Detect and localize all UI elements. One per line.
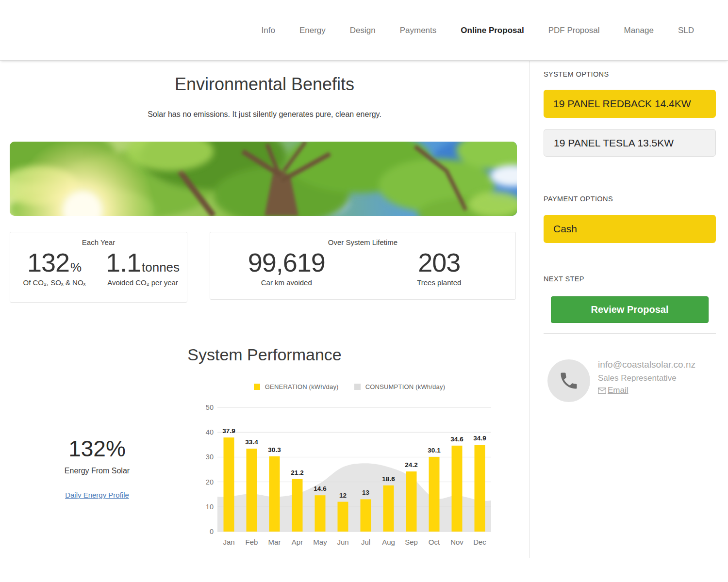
email-link[interactable]: Email xyxy=(608,386,629,395)
contact-divider xyxy=(544,333,716,334)
review-proposal-button[interactable]: Review Proposal xyxy=(551,296,709,323)
svg-text:Mar: Mar xyxy=(268,538,281,546)
page-title: Environmental Benefits xyxy=(0,74,529,95)
tonnes-unit: tonnes xyxy=(142,260,180,275)
nav-tab-pdf-proposal[interactable]: PDF Proposal xyxy=(548,26,600,35)
car-km-stat: 99,619 Car km avoided xyxy=(210,247,363,288)
nav-tab-design[interactable]: Design xyxy=(350,26,376,35)
nav-tab-info[interactable]: Info xyxy=(262,26,275,35)
svg-text:40: 40 xyxy=(206,428,214,436)
envelope-icon xyxy=(598,388,606,394)
svg-text:21.2: 21.2 xyxy=(291,469,303,476)
car-km-value: 99,619 xyxy=(248,247,325,277)
system-option-redback-button[interactable]: 19 PANEL REDBACK 14.4KW xyxy=(544,90,716,118)
lifetime-title: Over System Lifetime xyxy=(210,238,515,246)
generation-swatch-icon xyxy=(254,384,260,390)
svg-text:10: 10 xyxy=(206,503,214,511)
tonnes-value: 1.1 xyxy=(106,247,141,277)
system-option-tesla-button[interactable]: 19 PANEL TESLA 13.5KW xyxy=(544,129,716,157)
svg-text:34.9: 34.9 xyxy=(473,435,486,442)
top-header: Info Energy Design Payments Online Propo… xyxy=(0,0,728,61)
lifetime-card: Over System Lifetime 99,619 Car km avoid… xyxy=(210,232,516,300)
svg-text:Aug: Aug xyxy=(382,538,395,546)
legend-consumption: CONSUMPTION (kWh/day) xyxy=(354,383,446,390)
tonnes-stat: 1.1 tonnes Avoided CO₂ per year xyxy=(99,247,187,288)
consumption-legend-label: CONSUMPTION (kWh/day) xyxy=(365,383,446,390)
svg-text:May: May xyxy=(313,538,327,546)
co2-percent-unit: % xyxy=(70,260,82,275)
svg-text:37.9: 37.9 xyxy=(222,427,235,435)
co2-percent-value: 132 xyxy=(27,247,69,277)
each-year-card: Each Year 132 % Of CO₂, SOₓ & NOₓ 1.1 to… xyxy=(10,232,187,303)
svg-text:Feb: Feb xyxy=(246,538,258,546)
svg-text:18.6: 18.6 xyxy=(382,475,395,483)
trees-caption: Trees planted xyxy=(363,277,516,288)
tonnes-caption: Avoided CO₂ per year xyxy=(101,277,184,288)
payment-options-label: PAYMENT OPTIONS xyxy=(544,195,613,203)
co2-percent-stat: 132 % Of CO₂, SOₓ & NOₓ xyxy=(10,247,99,288)
svg-text:24.2: 24.2 xyxy=(405,461,417,469)
trees-illustration xyxy=(10,142,517,216)
svg-text:12: 12 xyxy=(339,492,347,499)
generation-legend-label: GENERATION (kWh/day) xyxy=(265,383,339,390)
contact-email-address: info@coastalsolar.co.nz xyxy=(598,359,724,370)
avatar xyxy=(547,359,590,402)
svg-text:33.4: 33.4 xyxy=(245,438,258,446)
svg-text:Sep: Sep xyxy=(405,538,418,546)
main-nav: Info Energy Design Payments Online Propo… xyxy=(262,0,694,61)
phone-icon xyxy=(558,370,579,391)
trees-banner-image xyxy=(10,142,517,216)
page-subtitle: Solar has no emissions. It just silently… xyxy=(0,110,529,119)
svg-text:Oct: Oct xyxy=(429,538,440,546)
consumption-swatch-icon xyxy=(354,384,361,390)
svg-text:14.6: 14.6 xyxy=(314,485,327,492)
co2-percent-caption: Of CO₂, SOₓ & NOₓ xyxy=(13,277,96,288)
svg-text:Dec: Dec xyxy=(473,538,486,546)
chart-legend: GENERATION (kWh/day) CONSUMPTION (kWh/da… xyxy=(204,383,495,390)
svg-text:Apr: Apr xyxy=(292,538,303,546)
svg-text:50: 50 xyxy=(206,404,214,411)
next-step-label: NEXT STEP xyxy=(544,275,584,283)
daily-energy-profile-link[interactable]: Daily Energy Profile xyxy=(65,491,129,499)
svg-text:Jan: Jan xyxy=(223,538,234,546)
performance-chart: 0102030405037.933.430.321.214.6121318.62… xyxy=(204,395,495,555)
performance-chart-canvas: 0102030405037.933.430.321.214.6121318.62… xyxy=(204,395,495,555)
trees-value: 203 xyxy=(418,247,460,277)
svg-text:30.1: 30.1 xyxy=(428,447,441,454)
energy-from-solar-caption: Energy From Solar xyxy=(36,467,158,475)
payment-option-cash-button[interactable]: Cash xyxy=(544,215,716,243)
svg-text:0: 0 xyxy=(210,528,214,535)
car-km-caption: Car km avoided xyxy=(210,277,363,288)
svg-text:Nov: Nov xyxy=(450,538,463,546)
nav-tab-online-proposal[interactable]: Online Proposal xyxy=(461,26,524,35)
nav-tab-payments[interactable]: Payments xyxy=(400,26,437,35)
system-performance-title: System Performance xyxy=(0,345,529,364)
nav-tab-sld[interactable]: SLD xyxy=(678,26,694,35)
svg-text:Jun: Jun xyxy=(337,538,348,546)
contact-role: Sales Representative xyxy=(598,373,724,383)
svg-text:20: 20 xyxy=(206,478,214,486)
svg-text:13: 13 xyxy=(362,489,370,496)
energy-from-solar-percent: 132% xyxy=(36,436,158,462)
each-year-title: Each Year xyxy=(10,238,187,246)
energy-from-solar-block: 132% Energy From Solar Daily Energy Prof… xyxy=(36,436,158,500)
legend-generation: GENERATION (kWh/day) xyxy=(254,383,339,390)
trees-stat: 203 Trees planted xyxy=(363,247,516,288)
system-options-label: SYSTEM OPTIONS xyxy=(544,70,609,78)
svg-text:30.3: 30.3 xyxy=(268,446,281,453)
contact-block: info@coastalsolar.co.nz Sales Representa… xyxy=(598,359,724,395)
nav-tab-energy[interactable]: Energy xyxy=(299,26,326,35)
svg-text:34.6: 34.6 xyxy=(450,436,463,443)
nav-tab-manage[interactable]: Manage xyxy=(624,26,653,35)
svg-text:Jul: Jul xyxy=(361,538,370,546)
sidebar-divider xyxy=(529,61,529,558)
svg-text:30: 30 xyxy=(206,453,214,461)
